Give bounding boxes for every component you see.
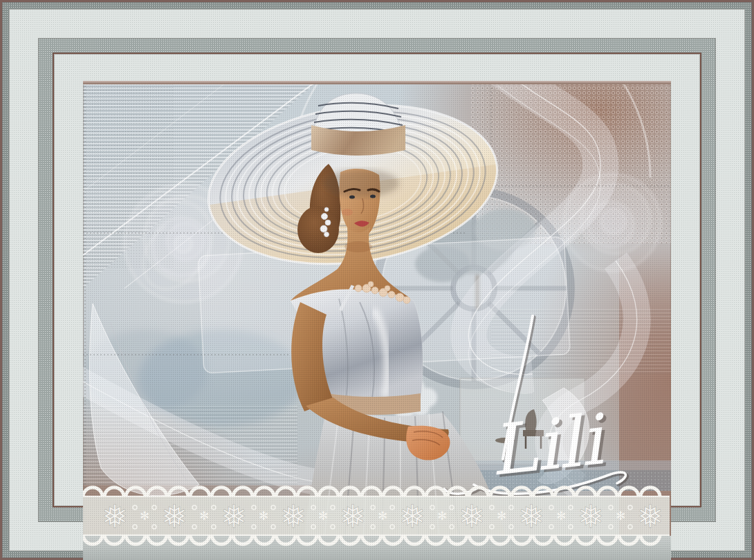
svg-text:❅: ❅ [518, 498, 545, 535]
svg-text:❅: ❅ [399, 498, 426, 535]
hair-bun [297, 206, 339, 253]
svg-text:✻: ✻ [556, 509, 566, 523]
hat-crown [311, 93, 405, 156]
svg-text:✻: ✻ [378, 509, 387, 523]
eye-right [370, 195, 376, 198]
artwork: Lili Lili ❅✻❅✻❅✻❅✻❅✻❅✻❅✻❅✻❅✻❅ [83, 81, 671, 560]
svg-text:❅: ❅ [161, 498, 188, 535]
svg-text:✻: ✻ [497, 509, 506, 523]
svg-text:❅: ❅ [637, 498, 664, 535]
svg-text:❅: ❅ [280, 498, 307, 535]
svg-text:❅: ❅ [221, 498, 248, 535]
svg-text:✻: ✻ [437, 509, 447, 523]
eye-left [349, 196, 355, 199]
svg-text:❅: ❅ [340, 498, 367, 535]
svg-text:✻: ✻ [259, 509, 268, 523]
svg-text:❅: ❅ [578, 498, 605, 535]
svg-text:✻: ✻ [616, 509, 625, 523]
svg-text:❅: ❅ [102, 498, 129, 535]
svg-text:❅: ❅ [459, 498, 486, 535]
lace-border: ❅✻❅✻❅✻❅✻❅✻❅✻❅✻❅✻❅✻❅ [83, 487, 670, 544]
artwork-scene: Lili Lili ❅✻❅✻❅✻❅✻❅✻❅✻❅✻❅✻❅✻❅ [83, 81, 671, 560]
svg-text:✻: ✻ [318, 509, 328, 523]
svg-text:✻: ✻ [199, 509, 209, 523]
tag-image: Lili Lili ❅✻❅✻❅✻❅✻❅✻❅✻❅✻❅✻❅✻❅ [0, 0, 754, 560]
signature-text: Lili [486, 399, 611, 492]
svg-text:✻: ✻ [140, 509, 149, 523]
